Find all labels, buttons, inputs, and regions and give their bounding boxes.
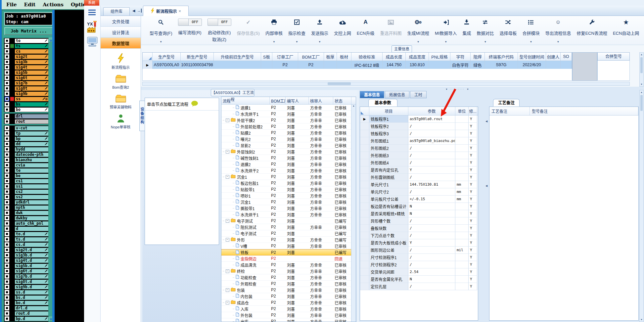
layer-row-rout[interactable]: rout [4,119,48,124]
flow-row-成品仓[interactable]: ┄−成品仓P2刘喜方幸幸已审核 [221,299,356,306]
menu-item-options[interactable]: Options [71,2,84,8]
flow-row-电子测试[interactable]: ┈电子测试P2刘喜已编写 [221,230,356,237]
flow-row-成品清洗[interactable]: ┈成品清洗P2刘喜方幸幸已审核 [221,262,356,268]
cancel-label[interactable]: 取消(Z) [212,36,226,42]
layer-name[interactable]: dd [15,142,48,146]
nav-action-Nope单审核[interactable]: Nope单审核 [101,114,141,129]
param-value[interactable]: / [408,159,455,166]
layer-checkbox[interactable] [5,237,9,242]
layer-row-bs[interactable]: bs [4,102,48,107]
flow-row-金指倒边[interactable]: ┈金指倒边P2回退 [221,255,356,262]
layer-name[interactable]: sig2t.d [15,248,48,252]
flow-row-出库[interactable]: ┈出库P2刘喜方幸幸已审核 [221,318,356,322]
param-value[interactable]: / [408,247,455,254]
flow-row-撕胶带1[interactable]: ┈撕胶带1P2刘喜方幸幸已审核 [221,205,356,211]
layer-checkbox[interactable] [5,205,9,210]
flow-row-V槽[interactable]: ┈V槽P2刘喜方幸幸已审核 [221,243,356,249]
layer-name[interactable]: sig8t [15,86,48,91]
layer-name[interactable]: rout [15,119,48,124]
layer-name[interactable]: sig3b.d [15,253,48,257]
param-value[interactable]: / [408,254,455,261]
layer-name[interactable]: v-cut [15,126,48,130]
tab-工时[interactable]: 工时 [410,91,427,98]
layer-row-ss.d[interactable]: ss.d [4,290,48,295]
layer-checkbox[interactable] [5,200,9,205]
layer-checkbox[interactable] [5,131,9,136]
layer-checkbox[interactable] [5,81,9,85]
param-value[interactable]: / [408,225,455,232]
layer-row-cs.d[interactable]: cs.d [4,242,48,247]
layer-name[interactable]: sig5b.d [15,264,48,268]
param-col-单位[interactable]: 单位 [455,107,469,115]
tab-device-structure[interactable]: 设备结构 [139,101,145,131]
layer-name[interactable]: be [15,174,48,178]
toolbar-发送指示[interactable]: 发送指示▼ [311,16,328,45]
layer-checkbox[interactable] [5,274,9,279]
param-row-是否有金属化半孔[interactable]: 是否有金属化半孔NY [360,276,478,283]
param-row-交货单元间距[interactable]: 交货单元间距2.54Y [360,268,478,276]
layer-name[interactable]: ss2 [15,195,48,199]
param-row-单元尺寸2[interactable]: 单元尺寸2/mmY [360,188,478,196]
layer-name[interactable]: ts [15,44,48,48]
layer-checkbox[interactable] [5,221,9,226]
flow-row-碱性蚀刻1[interactable]: ┈碱性蚀刻1P2刘喜方幸幸已审核 [221,155,356,161]
param-value[interactable]: as97g00la0.rout [408,115,455,123]
layer-checkbox[interactable] [5,258,9,263]
dropdown-caret-icon[interactable]: ▼ [160,40,162,43]
flow-row-水洗烘干1[interactable]: ┈水洗烘干1P2刘喜方幸幸已审核 [221,211,356,218]
param-value[interactable]: / [408,152,455,159]
layer-row-ydkdrl[interactable]: ydkdrl [4,200,48,205]
table-select-all[interactable] [143,53,153,61]
toolbar-数据对比[interactable]: 数据对比▼ [477,16,494,45]
param-value[interactable]: N [408,210,455,217]
layer-row-bo.d[interactable]: bo.d [4,300,48,305]
layer-checkbox[interactable] [5,163,9,167]
layer-row-sig9b[interactable]: sig9b [4,91,48,96]
flow-row-外层蚀刻2[interactable]: ┄−外层蚀刻2P2刘喜方幸幸已审核 [221,149,356,155]
layer-name[interactable]: sig9b [15,92,48,96]
layer-row-sig5b[interactable]: sig5b [4,70,48,75]
scroll-left-icon[interactable]: ◀ [132,9,135,13]
layer-checkbox[interactable] [5,119,9,124]
param-value[interactable]: / [408,188,455,196]
layer-name[interactable]: drl.d [15,306,48,310]
flow-row-水洗烘干1[interactable]: ┈水洗烘干1P2刘喜方幸幸已审核 [221,111,356,117]
toolbar-集成[interactable]: 集成 [462,16,471,45]
col-header-阻焊[interactable]: 阻焊 [471,53,485,61]
layer-name[interactable]: sig4t [15,65,48,69]
param-value[interactable]: Y [408,239,455,247]
col-header-成品长度[interactable]: 成品长度 [383,53,406,61]
menu-item-actions[interactable]: Actions [43,2,64,8]
param-row-铣板程序3[interactable]: 铣板程序3/Y [360,130,478,137]
param-row-异形槽个数[interactable]: 异形槽个数/Y [360,217,478,225]
layer-checkbox[interactable] [5,290,9,295]
col-header-订单工厂[interactable]: 订单工厂 [272,53,298,61]
layer-row-sig6t[interactable]: sig6t [4,75,48,80]
layer-row-dd[interactable]: dd [4,141,48,147]
layer-checkbox[interactable] [5,147,9,152]
layer-row-te[interactable]: te [4,168,48,173]
flow-row-外层干膜2[interactable]: ┄−外层干膜2P2刘喜方幸幸已审核 [221,117,356,123]
param-row-是否采用粗铣+精铣[interactable]: 是否采用粗铣+精铣NY [360,210,478,217]
layer-checkbox[interactable] [5,49,9,54]
toggle-switch[interactable]: OFF [178,19,202,26]
layer-row-rout.d[interactable]: rout.d [4,311,48,316]
layer-name[interactable]: ydkdrl [15,200,48,205]
layer-name[interactable]: tp [15,131,48,136]
layer-checkbox[interactable] [5,75,9,80]
layer-row-bo[interactable]: bo [4,107,48,112]
layer-name[interactable]: bs [15,102,48,107]
layer-checkbox[interactable] [5,248,9,252]
toolbar-修复ECN丢流程[interactable]: 修复ECN丢流程 [576,16,607,45]
layer-row-dwkby[interactable]: dwkby [4,215,48,221]
layer-name[interactable]: bs.d [15,296,48,300]
layer-row-bs.d[interactable]: bs.d [4,295,48,300]
layer-checkbox[interactable] [5,226,9,231]
toolbar-编写流程(R)[interactable]: OFF编写流程(R) [178,16,202,45]
layer-name[interactable]: auto_chk_pnl [15,221,48,226]
layer-name[interactable]: d [15,227,48,231]
layer-row-cvia[interactable]: cvia [4,162,48,168]
collapse-icon[interactable]: − [226,175,229,179]
layer-checkbox[interactable] [5,136,9,141]
nav-item-文件处理[interactable]: 文件处理 [101,16,141,27]
